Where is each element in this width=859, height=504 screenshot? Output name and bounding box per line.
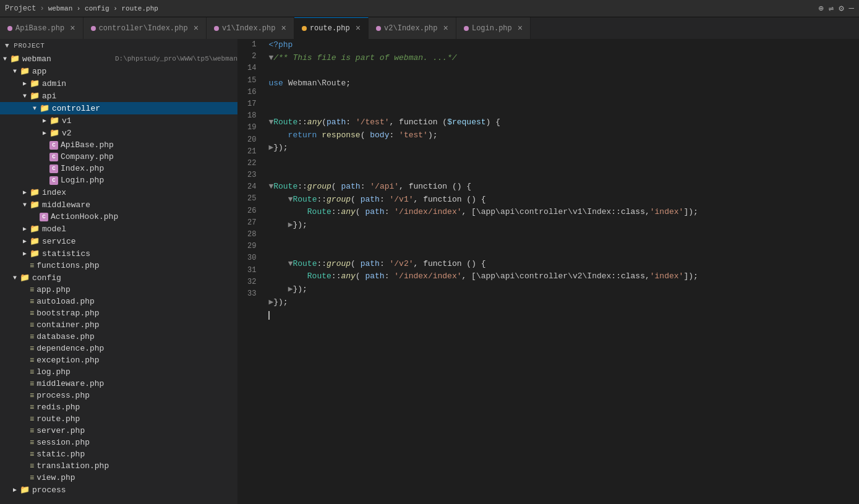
file-tree: ▼📁webmanD:\phpstudy_pro\WWW\tp5\webman▼📁… [0,53,237,496]
tree-item-app.php[interactable]: ≡app.php [0,284,237,296]
add-icon[interactable]: ⊕ [818,3,823,14]
tree-item-statistics[interactable]: ▶📁statistics [0,247,237,260]
tree-path: D:\phpstudy_pro\WWW\tp5\webman [115,55,237,62]
code-token: '/index/index' [394,207,461,216]
tree-label: exception.php [36,356,237,365]
tree-item-webman-root[interactable]: ▼📁webmanD:\phpstudy_pro\WWW\tp5\webman [0,53,237,65]
tree-arrow: ▶ [20,189,30,196]
code-token: <?php [268,40,293,49]
line-number: 14 [247,62,256,74]
file-php-icon: C [40,213,48,221]
code-content[interactable]: <?php▼/** This file is part of webman. .… [262,39,859,504]
tree-label: Company.php [61,152,237,161]
tree-item-session.php[interactable]: ≡session.php [0,437,237,448]
tab-dot [91,26,96,31]
tab-controllerIndex[interactable]: controller\Index.php × [83,17,207,39]
tree-item-static.php[interactable]: ≡static.php [0,448,237,460]
tree-item-view.php[interactable]: ≡view.php [0,472,237,484]
tree-item-model[interactable]: ▶📁model [0,223,237,235]
settings-icon[interactable]: ⚙ [839,3,844,14]
tree-item-app[interactable]: ▼📁app [0,65,237,77]
tree-item-ApiBase.php[interactable]: CApiBase.php [0,139,237,151]
tree-item-api[interactable]: ▼📁api [0,90,237,102]
tree-item-dependence.php[interactable]: ≡dependence.php [0,343,237,354]
file-config-icon: ≡ [30,462,34,471]
code-line: ▶}); [268,219,859,232]
code-line [268,65,859,78]
code-line [268,103,859,116]
tab-close[interactable]: × [518,23,523,33]
tree-item-process[interactable]: ▶📁process [0,484,237,496]
file-config-icon: ≡ [30,321,34,330]
tree-item-Index.php[interactable]: CIndex.php [0,163,237,174]
tree-item-process.php[interactable]: ≡process.php [0,390,237,401]
tab-label: Login.php [472,24,512,33]
tab-Login[interactable]: Login.php × [456,17,531,39]
tree-item-admin[interactable]: ▶📁admin [0,77,237,90]
tab-close[interactable]: × [194,23,199,33]
tab-v1Index[interactable]: v1\Index.php × [207,17,294,39]
code-editor[interactable]: 1214151617181920212223242526272829303132… [238,39,859,504]
folder-icon: 📁 [30,79,40,88]
tree-item-route.php[interactable]: ≡route.php [0,413,237,425]
line-numbers: 1214151617181920212223242526272829303132… [238,39,262,504]
tab-ApiBase[interactable]: ApiBase.php × [0,17,83,39]
tab-label: route.php [310,24,350,33]
tree-item-functions.php[interactable]: ≡functions.php [0,260,237,271]
code-token: , function () { [414,259,486,268]
tree-arrow: ▶ [20,250,30,257]
tree-item-ActionHook.php[interactable]: CActionHook.php [0,211,237,223]
code-token: path [327,117,346,127]
tree-item-config[interactable]: ▼📁config [0,271,237,284]
code-token: ) { [486,117,500,127]
tree-item-exception.php[interactable]: ≡exception.php [0,354,237,366]
split-icon[interactable]: ⇌ [829,3,834,14]
tab-close[interactable]: × [281,23,286,33]
tree-item-index[interactable]: ▶📁index [0,186,237,199]
tree-label: Index.php [61,164,237,173]
tree-item-redis.php[interactable]: ≡redis.php [0,401,237,413]
tree-item-v1[interactable]: ▶📁v1 [0,114,237,127]
tree-label: app.php [36,285,237,294]
tab-close[interactable]: × [443,23,448,33]
minimize-icon[interactable]: — [849,3,854,14]
code-token: }); [293,284,307,294]
tree-item-autoload.php[interactable]: ≡autoload.php [0,296,237,307]
code-token: ; [346,79,351,88]
tree-item-translation.php[interactable]: ≡translation.php [0,460,237,472]
file-php-icon: C [49,153,58,161]
tab-close[interactable]: × [356,23,361,33]
code-token: Route [268,271,331,281]
code-token: : [385,271,395,281]
tree-item-v2[interactable]: ▶📁v2 [0,127,237,139]
tree-label: ActionHook.php [51,212,237,221]
tree-item-bootstrap.php[interactable]: ≡bootstrap.php [0,307,237,319]
code-line [268,90,859,103]
file-php-icon: C [49,164,58,173]
tab-v2Index[interactable]: v2\Index.php × [369,17,456,39]
file-config-icon: ≡ [30,356,34,365]
code-token: group [327,195,351,204]
tab-close[interactable]: × [70,23,75,33]
line-number: 22 [247,158,256,169]
tree-item-controller[interactable]: ▼📁controller [0,102,237,114]
tree-item-server.php[interactable]: ≡server.php [0,425,237,437]
tree-label: route.php [36,414,237,424]
line-number: 24 [247,181,256,193]
tree-item-log.php[interactable]: ≡log.php [0,366,237,378]
code-token: }); [293,220,307,229]
tab-route[interactable]: route.php × [294,17,369,39]
tree-item-database.php[interactable]: ≡database.php [0,331,237,343]
sidebar-header[interactable]: ▼ Project [0,39,237,53]
tree-item-middleware[interactable]: ▼📁middleware [0,199,237,211]
tree-item-middleware.php[interactable]: ≡middleware.php [0,378,237,390]
tree-item-container.php[interactable]: ≡container.php [0,319,237,331]
code-token: path [361,259,380,268]
tree-item-Company.php[interactable]: CCompany.php [0,151,237,163]
code-line: ▼Route::group( path: '/v1', function () … [268,194,859,207]
line-number: 25 [247,193,256,205]
tree-item-Login.php[interactable]: CLogin.php [0,174,237,186]
tree-item-service[interactable]: ▶📁service [0,235,237,247]
project-label[interactable]: Project [5,4,36,13]
code-token: Webman\Route [288,79,346,88]
